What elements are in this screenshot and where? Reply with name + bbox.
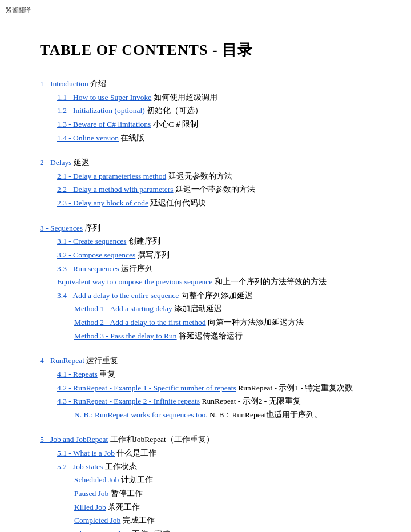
toc-link[interactable]: Method 3 - Pass the delay to Run [74,332,177,340]
toc-link[interactable]: 4.3 - RunRepeat - Example 2 - Infinite r… [57,397,200,405]
toc-item: 4.3 - RunRepeat - Example 2 - Infinite r… [40,394,377,408]
toc-item: Method 3 - Pass the delay to Run 将延迟传递给运… [40,329,377,343]
toc-link[interactable]: 1.2 - Initialization (optional) [57,106,145,115]
toc-link[interactable]: 4.1 - Repeats [57,370,98,378]
toc-cn: 什么是工作 [115,449,156,457]
section-head-s3: 3 - Sequences 序列 [40,221,377,235]
section-cn-s3: 序列 [83,224,100,232]
toc-cn: 延迟一个带参数的方法 [174,185,255,194]
toc-item: Method 1 - Add a starting delay 添加启动延迟 [40,302,377,316]
toc-cn: 延迟无参数的方法 [166,172,232,180]
toc-link[interactable]: Killed Job [74,503,106,511]
toc-cn: 向整个序列添加延迟 [179,291,252,300]
toc-item: 5.2 - Job states 工作状态 [40,460,377,474]
toc-cn: 工作状态 [103,462,136,471]
toc-cn: RunRepeat - 示例1 - 特定重复次数 [236,384,353,392]
toc-cn: N. B：RunRepeat也适用于序列。 [208,410,323,419]
toc-link[interactable]: 4.2 - RunRepeat - Example 1 - Specific n… [57,384,236,392]
toc-item: 1.1 - How to use Super Invoke 如何使用超级调用 [40,91,377,104]
toc-section-s2: 2 - Delays 延迟2.1 - Delay a parameterless… [40,156,377,210]
toc-section-s5: 5 - Job and JobRepeat 工作和JobRepeat（工作重复）… [40,433,377,532]
toc-item: 1.2 - Initialization (optional) 初始化（可选） [40,104,377,118]
section-head-s4: 4 - RunRepeat 运行重复 [40,354,377,368]
toc-item: 4.1 - Repeats 重复 [40,368,377,381]
toc-section-s3: 3 - Sequences 序列3.1 - Create sequences 创… [40,221,377,343]
toc-link[interactable]: 5.2 - Job states [57,462,103,471]
toc-item: Equivalent way to compose the previous s… [40,275,377,289]
section-link-s4[interactable]: 4 - RunRepeat [40,356,84,365]
toc-link[interactable]: Completed Job [74,516,120,525]
toc-item: 3.1 - Create sequences 创建序列 [40,235,377,248]
page-title: TABLE OF CONTENTS - 目录 [40,40,377,60]
toc-link[interactable]: Method 1 - Add a starting delay [74,304,172,313]
toc-link[interactable]: 5.3 - Job - OnComplete [57,530,130,532]
toc-item: 2.3 - Delay any block of code 延迟任何代码块 [40,196,377,210]
toc-link[interactable]: N. B.: RunRepeat works for sequences too… [74,410,208,419]
toc-item: Scheduled Job 计划工作 [40,473,377,487]
toc-cn: 杀死工作 [106,503,140,511]
toc-link[interactable]: 3.4 - Add a delay to the entire sequence [57,291,179,300]
toc-item: 5.3 - Job - OnComplete 工作 - 完成 [40,527,377,532]
toc-link[interactable]: Scheduled Job [74,475,119,484]
toc-cn: 完成工作 [120,516,154,525]
toc-link[interactable]: 1.1 - How to use Super Invoke [57,93,151,102]
section-cn-s2: 延迟 [71,158,89,167]
toc-link[interactable]: Equivalent way to compose the previous s… [57,277,212,286]
toc-cn: RunRepeat - 示例2 - 无限重复 [200,397,301,405]
toc-link[interactable]: 2.2 - Delay a method with parameters [57,185,174,194]
toc-item: 3.4 - Add a delay to the entire sequence… [40,289,377,303]
toc-link[interactable]: 2.3 - Delay any block of code [57,199,148,207]
section-link-s5[interactable]: 5 - Job and JobRepeat [40,435,108,444]
toc-link[interactable]: 3.1 - Create sequences [57,237,126,245]
section-cn-s4: 运行重复 [84,356,118,365]
toc-cn: 重复 [98,370,115,378]
toc-item: 3.3 - Run sequences 运行序列 [40,262,377,276]
toc-cn: 如何使用超级调用 [151,93,217,102]
toc-link[interactable]: 3.3 - Run sequences [57,264,119,273]
toc-container: 1 - Introduction 介绍1.1 - How to use Supe… [40,77,377,532]
toc-cn: 创建序列 [126,237,160,245]
toc-cn: 延迟任何代码块 [148,199,206,207]
toc-section-s1: 1 - Introduction 介绍1.1 - How to use Supe… [40,77,377,144]
toc-item: 1.3 - Beware of C# limitations 小心C＃限制 [40,118,377,131]
toc-item: 2.1 - Delay a parameterless method 延迟无参数… [40,170,377,183]
toc-link[interactable]: Paused Job [74,489,108,498]
toc-link[interactable]: Method 2 - Add a delay to the first meth… [74,318,206,327]
toc-cn: 计划工作 [119,475,152,484]
section-link-s3[interactable]: 3 - Sequences [40,224,83,232]
toc-item: 4.2 - RunRepeat - Example 1 - Specific n… [40,381,377,395]
toc-item: 5.1 - What is a Job 什么是工作 [40,446,377,460]
toc-cn: 初始化（可选） [145,106,203,115]
toc-item: Killed Job 杀死工作 [40,501,377,514]
toc-section-s4: 4 - RunRepeat 运行重复4.1 - Repeats 重复4.2 - … [40,354,377,421]
toc-item: 2.2 - Delay a method with parameters 延迟一… [40,183,377,196]
toc-item: N. B.: RunRepeat works for sequences too… [40,408,377,422]
toc-cn: 工作 - 完成 [130,530,170,532]
toc-item: 1.4 - Online version 在线版 [40,131,377,145]
section-head-s5: 5 - Job and JobRepeat 工作和JobRepeat（工作重复） [40,433,377,446]
section-cn-s1: 介绍 [88,79,106,88]
section-link-s1[interactable]: 1 - Introduction [40,79,88,88]
toc-cn: 在线版 [119,134,144,142]
section-head-s2: 2 - Delays 延迟 [40,156,377,170]
toc-cn: 将延迟传递给运行 [177,332,243,340]
section-head-s1: 1 - Introduction 介绍 [40,77,377,91]
toc-link[interactable]: 1.4 - Online version [57,134,119,142]
section-cn-s5: 工作和JobRepeat（工作重复） [108,435,214,444]
section-link-s2[interactable]: 2 - Delays [40,158,71,167]
toc-cn: 添加启动延迟 [172,304,222,313]
toc-cn: 和上一个序列的方法等效的方法 [212,277,326,286]
toc-link[interactable]: 1.3 - Beware of C# limitations [57,120,151,128]
toc-item: Paused Job 暂停工作 [40,487,377,501]
toc-link[interactable]: 3.2 - Compose sequences [57,251,135,259]
toc-link[interactable]: 5.1 - What is a Job [57,449,115,457]
toc-cn: 运行序列 [119,264,153,273]
toc-item: Method 2 - Add a delay to the first meth… [40,316,377,329]
toc-cn: 小心C＃限制 [151,120,198,128]
toc-item: Completed Job 完成工作 [40,514,377,527]
toc-cn: 暂停工作 [108,489,142,498]
toc-item: 3.2 - Compose sequences 撰写序列 [40,248,377,262]
toc-link[interactable]: 2.1 - Delay a parameterless method [57,172,166,180]
toc-cn: 向第一种方法添加延迟方法 [206,318,304,327]
toc-cn: 撰写序列 [135,251,169,259]
